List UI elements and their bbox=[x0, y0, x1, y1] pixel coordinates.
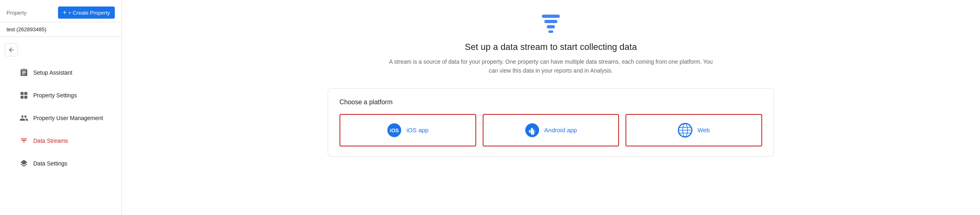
sidebar: Property + + Create Property test (26289… bbox=[0, 0, 122, 215]
back-arrow-icon bbox=[8, 46, 15, 54]
main-description: A stream is a source of data for your pr… bbox=[385, 57, 717, 75]
grid-icon bbox=[19, 91, 28, 100]
layers-icon bbox=[19, 159, 28, 168]
users-icon bbox=[19, 114, 28, 123]
svg-text:iOS: iOS bbox=[390, 127, 399, 133]
platform-section: Choose a platform iOS iOS app bbox=[328, 88, 774, 157]
create-property-button[interactable]: + + Create Property bbox=[58, 6, 115, 19]
plus-icon: + bbox=[63, 9, 67, 16]
sidebar-item-label-data-streams: Data Streams bbox=[33, 138, 68, 144]
android-label: Android app bbox=[544, 127, 577, 133]
ios-icon: iOS bbox=[387, 123, 402, 138]
svg-rect-0 bbox=[542, 15, 560, 18]
data-streams-icon bbox=[19, 136, 28, 145]
platform-buttons: iOS iOS app Android app bbox=[340, 114, 762, 146]
sidebar-header: Property + + Create Property bbox=[0, 0, 121, 22]
sidebar-item-data-streams[interactable]: Data Streams bbox=[0, 129, 118, 152]
sidebar-item-label-property-settings: Property Settings bbox=[33, 92, 77, 99]
web-label: Web bbox=[697, 127, 710, 133]
sidebar-item-label-property-user-management: Property User Management bbox=[33, 115, 103, 121]
sidebar-item-data-settings[interactable]: Data Settings bbox=[0, 152, 118, 175]
sidebar-item-label-setup-assistant: Setup Assistant bbox=[33, 69, 73, 76]
web-platform-button[interactable]: Web bbox=[625, 114, 762, 146]
ios-platform-button[interactable]: iOS iOS app bbox=[340, 114, 476, 146]
create-property-label: + Create Property bbox=[68, 10, 110, 16]
choose-platform-label: Choose a platform bbox=[340, 99, 762, 106]
main-title: Set up a data stream to start collecting… bbox=[465, 42, 637, 52]
stream-icon bbox=[539, 13, 563, 35]
android-platform-button[interactable]: Android app bbox=[483, 114, 619, 146]
svg-rect-3 bbox=[548, 30, 553, 33]
back-row bbox=[0, 37, 121, 60]
sidebar-nav: Setup Assistant Property Settings Proper… bbox=[0, 60, 121, 215]
web-icon bbox=[678, 123, 692, 138]
clipboard-icon bbox=[19, 68, 28, 77]
property-label: Property bbox=[6, 10, 26, 16]
sidebar-item-label-data-settings: Data Settings bbox=[33, 160, 67, 167]
sidebar-item-setup-assistant[interactable]: Setup Assistant bbox=[0, 61, 118, 84]
svg-rect-2 bbox=[547, 25, 555, 28]
back-button[interactable] bbox=[5, 43, 18, 56]
svg-rect-1 bbox=[544, 20, 557, 23]
account-name: test (262893485) bbox=[0, 22, 121, 37]
main-content: Set up a data stream to start collecting… bbox=[122, 0, 980, 215]
android-icon bbox=[525, 123, 539, 138]
ios-label: iOS app bbox=[406, 127, 428, 133]
sidebar-item-property-settings[interactable]: Property Settings bbox=[0, 84, 118, 107]
sidebar-item-property-user-management[interactable]: Property User Management bbox=[0, 107, 118, 129]
